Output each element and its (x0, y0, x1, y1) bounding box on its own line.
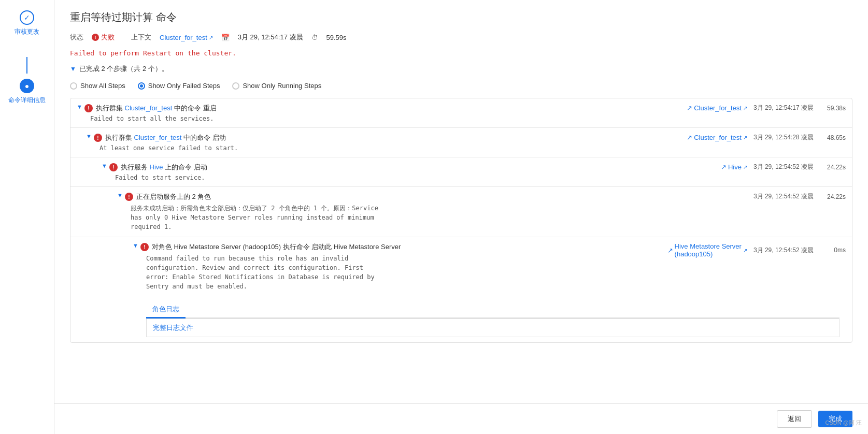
watermark: CSDN @阿 汪 (826, 419, 862, 427)
content-panel: 重启等待过期计算 命令 状态 ! 失败 上下文 Cluster_for_test… (54, 0, 868, 434)
step-meta-2: ↗ Cluster_for_test ↗ 3月 29, 12:54:28 凌晨 … (687, 133, 846, 142)
step-link-2[interactable]: ↗ Cluster_for_test ↗ (687, 134, 747, 141)
cluster-link-2[interactable]: Cluster_for_test (134, 134, 182, 141)
role-log-tab[interactable]: 角色日志 (146, 301, 186, 319)
filter-failed[interactable]: Show Only Failed Steps (138, 82, 220, 90)
step-link-5[interactable]: ↗ Hive Metastore Server(hadoop105) ↗ (667, 242, 747, 258)
step-meta-5: ↗ Hive Metastore Server(hadoop105) ↗ 3月 … (667, 242, 846, 258)
step-meta-3: ↗ Hive ↗ 3月 29, 12:54:52 凌晨 24.22s (721, 163, 846, 171)
step-desc-5: Command failed to run because this role … (133, 254, 667, 291)
step-desc-3: Failed to start service. (102, 174, 721, 181)
filter-running[interactable]: Show Only Running Steps (232, 82, 321, 90)
error-icon-2: ! (94, 134, 102, 142)
step-meta-1: ↗ Cluster_for_test ↗ 3月 29, 12:54:17 凌晨 … (687, 104, 846, 112)
step-row-5: ▼ ! 对角色 Hive Metastore Server (hadoop105… (70, 237, 852, 342)
check-icon: ✓ (20, 10, 34, 25)
step-duration-5: 0ms (820, 247, 846, 254)
toggle-5[interactable]: ▼ (133, 242, 138, 249)
role-log-content: 完整日志文件 (146, 319, 839, 337)
step-desc-2: At least one service failed to start. (86, 144, 687, 152)
active-icon: ● (20, 79, 34, 93)
context-link[interactable]: Cluster_for_test ↗ (160, 34, 213, 41)
step-datetime-1: 3月 29, 12:54:17 凌晨 (753, 104, 814, 112)
sidebar: ✓ 审核更改 ● 命令详细信息 (0, 0, 54, 434)
toggle-3[interactable]: ▼ (102, 163, 107, 169)
error-icon-3: ! (109, 163, 118, 171)
sidebar-label-command: 命令详细信息 (8, 96, 46, 105)
context-label: 上下文 (131, 33, 151, 42)
clock-icon: ⏱ (311, 34, 318, 41)
bottom-bar: 返回 完成 (54, 403, 868, 434)
step-row-1: ▼ ! 执行群集 Cluster_for_test 中的命令 重启 Failed… (70, 98, 852, 128)
step-row-3: ▼ ! 执行服务 Hive 上的命令 启动 Failed to start se… (70, 157, 852, 187)
sidebar-item-command-detail[interactable]: ● 命令详细信息 (8, 79, 46, 105)
steps-summary[interactable]: ▼ 已完成 2 个步骤（共 2 个）。 (70, 64, 852, 74)
back-button[interactable]: 返回 (777, 410, 812, 428)
step-duration-3: 24.22s (820, 164, 846, 171)
step-title-1: 执行群集 Cluster_for_test 中的命令 重启 (96, 104, 687, 113)
filter-row: Show All Steps Show Only Failed Steps Sh… (70, 82, 852, 90)
error-icon-4: ! (125, 193, 133, 201)
error-icon-1: ! (84, 104, 93, 112)
connector-line (26, 57, 27, 74)
duration-text: 59.59s (326, 34, 347, 41)
status-label: 状态 (70, 33, 83, 42)
step-duration-2: 48.65s (820, 134, 846, 141)
hive-link-3[interactable]: Hive (150, 163, 163, 171)
calendar-icon: 📅 (221, 34, 230, 41)
toggle-4[interactable]: ▼ (117, 192, 123, 198)
step-datetime-4: 3月 29, 12:54:52 凌晨 (753, 192, 814, 201)
step-duration-4: 24.22s (820, 193, 846, 200)
step-title-4: 正在启动服务上的 2 角色 (136, 192, 753, 201)
step-duration-1: 59.38s (820, 105, 846, 112)
page-title: 重启等待过期计算 命令 (70, 10, 852, 24)
step-title-2: 执行群集 Cluster_for_test 中的命令 启动 (105, 133, 687, 142)
filter-all[interactable]: Show All Steps (70, 82, 125, 90)
step-link-3[interactable]: ↗ Hive ↗ (721, 163, 747, 171)
sidebar-label-review: 审核更改 (15, 28, 39, 36)
step-meta-4: 3月 29, 12:54:52 凌晨 24.22s (753, 192, 846, 201)
main-content: 重启等待过期计算 命令 状态 ! 失败 上下文 Cluster_for_test… (54, 0, 868, 434)
step-row-4: ▼ ! 正在启动服务上的 2 角色 服务未成功启动；所需角色未全部启动：仅启动了… (70, 187, 852, 237)
status-row: 状态 ! 失败 上下文 Cluster_for_test ↗ 📅 3月 29, … (70, 33, 852, 42)
step-datetime-3: 3月 29, 12:54:52 凌晨 (753, 163, 814, 171)
step-datetime-2: 3月 29, 12:54:28 凌晨 (753, 133, 814, 142)
step-datetime-5: 3月 29, 12:54:52 凌晨 (753, 246, 814, 255)
step-link-1[interactable]: ↗ Cluster_for_test ↗ (687, 104, 747, 112)
step-title-5: 对角色 Hive Metastore Server (hadoop105) 执行… (152, 242, 667, 252)
steps-tree: ▼ ! 执行群集 Cluster_for_test 中的命令 重启 Failed… (70, 98, 852, 343)
sidebar-item-review[interactable]: ✓ 审核更改 (15, 10, 39, 36)
chevron-down-icon: ▼ (70, 65, 76, 73)
full-log-link[interactable]: 完整日志文件 (147, 319, 839, 337)
toggle-2[interactable]: ▼ (86, 133, 92, 139)
datetime-text: 3月 29, 12:54:17 凌晨 (238, 33, 303, 42)
toggle-1[interactable]: ▼ (77, 104, 82, 110)
role-log-tabs: 角色日志 (146, 301, 839, 319)
step-title-3: 执行服务 Hive 上的命令 启动 (121, 163, 721, 172)
failed-dot: ! (92, 34, 99, 41)
step-desc-4: 服务未成功启动；所需角色未全部启动：仅启动了 2 个角色中的 1 个。原因：Se… (117, 204, 753, 232)
cluster-link-1[interactable]: Cluster_for_test (125, 104, 173, 112)
error-message: Failed to perform Restart on the cluster… (70, 49, 852, 57)
role-log-section: 角色日志 完整日志文件 (133, 296, 846, 337)
external-link-icon: ↗ (209, 35, 213, 40)
step-desc-1: Failed to start all the services. (77, 115, 687, 122)
error-icon-5: ! (140, 243, 149, 251)
step-row-2: ▼ ! 执行群集 Cluster_for_test 中的命令 启动 At lea… (70, 128, 852, 157)
radio-failed[interactable] (138, 82, 145, 90)
status-failed: ! 失败 (92, 33, 115, 42)
radio-running[interactable] (232, 82, 239, 90)
radio-all[interactable] (70, 82, 77, 90)
